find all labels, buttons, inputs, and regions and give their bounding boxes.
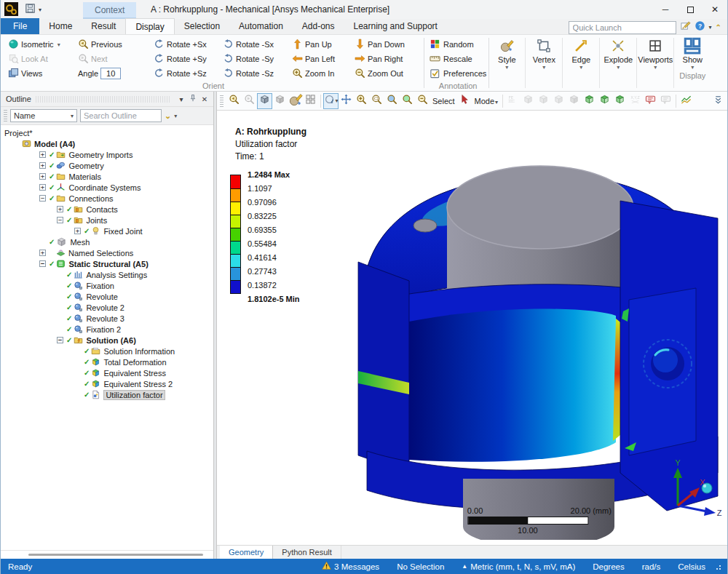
tree-expander-icon[interactable]: + bbox=[57, 206, 63, 212]
filter-element-face-button[interactable] bbox=[597, 93, 612, 109]
tree-item-solution-a6-[interactable]: −✓Solution (A6) bbox=[1, 335, 213, 346]
tree-expander-icon[interactable]: + bbox=[74, 228, 81, 234]
maximize-button[interactable] bbox=[678, 0, 703, 19]
angle-field[interactable]: Angle bbox=[75, 68, 151, 79]
tree-item-revolute[interactable]: ✓Revolute bbox=[1, 291, 213, 302]
rotate-sy-button[interactable]: Rotate -Sy bbox=[220, 53, 289, 65]
save-icon[interactable] bbox=[25, 3, 36, 17]
zoom-out-tool-button[interactable] bbox=[415, 93, 430, 109]
tree-item-equivalent-stress-2[interactable]: ✓Equivalent Stress 2 bbox=[1, 378, 213, 389]
rescale-button[interactable]: Rescale bbox=[430, 52, 486, 66]
tree-expander-icon[interactable]: + bbox=[39, 250, 46, 256]
isometric-button[interactable]: Isometric▾ bbox=[5, 39, 75, 51]
pan-tool-button[interactable] bbox=[339, 93, 354, 109]
graphics-viewport[interactable]: A: Rohrkupplung Utilization factor Time:… bbox=[217, 111, 727, 545]
select-cursor-icon[interactable] bbox=[457, 93, 472, 109]
angle-input[interactable] bbox=[100, 68, 121, 79]
rotate-+sz-button[interactable]: Rotate +Sz bbox=[151, 68, 220, 80]
search-options-icon[interactable]: ▾ bbox=[174, 113, 177, 119]
tree-item-revolute-3[interactable]: ✓Revolute 3 bbox=[1, 313, 213, 324]
wireframe-button[interactable] bbox=[272, 93, 288, 109]
select-label[interactable]: Select bbox=[430, 97, 457, 105]
edge-button[interactable]: Edge▾ bbox=[564, 35, 598, 91]
tree-expander-icon[interactable]: + bbox=[39, 162, 46, 169]
ribbon-tab-learning-and-support[interactable]: Learning and Support bbox=[344, 18, 447, 34]
tree-item-model-a4-[interactable]: Model (A4) bbox=[1, 138, 213, 149]
outline-hscrollbar[interactable] bbox=[1, 550, 213, 559]
tree-item-utilization-factor[interactable]: ✓Utilization factor bbox=[1, 389, 213, 400]
ribbon-tab-home[interactable]: Home bbox=[39, 18, 82, 34]
tree-item-connections[interactable]: −✓Connections bbox=[1, 193, 213, 204]
viewports-button[interactable]: Viewports▾ bbox=[638, 35, 672, 91]
resize-grip-icon[interactable] bbox=[716, 563, 723, 570]
panel-close-icon[interactable]: ✕ bbox=[199, 95, 210, 103]
shaded-exterior-button[interactable] bbox=[257, 93, 272, 109]
tree-item-solution-information[interactable]: ✓Solution Information bbox=[1, 346, 213, 356]
tree-item-revolute-2[interactable]: ✓Revolute 2 bbox=[1, 302, 213, 313]
outline-filter-select[interactable]: Name▾ bbox=[10, 109, 77, 122]
help-icon[interactable]: ? bbox=[695, 20, 705, 34]
outline-toolbar-handle[interactable] bbox=[4, 110, 7, 121]
pan-left-button[interactable]: Pan Left bbox=[289, 53, 352, 65]
tree-expander-icon[interactable]: − bbox=[57, 217, 63, 223]
minimize-button[interactable]: ─ bbox=[653, 0, 678, 19]
filter-element-button[interactable] bbox=[612, 93, 628, 109]
help-dropdown-icon[interactable]: ▾ bbox=[709, 24, 712, 31]
zoom-magnify-button[interactable] bbox=[400, 93, 415, 109]
pan-right-button[interactable]: Pan Right bbox=[352, 53, 422, 65]
filter-node-button[interactable] bbox=[582, 93, 597, 109]
temperature-unit[interactable]: Celsius bbox=[678, 562, 705, 571]
qat-dropdown-icon[interactable]: ▾ bbox=[39, 7, 41, 13]
toolbar-overflow-button[interactable] bbox=[711, 93, 726, 109]
tree-item-materials[interactable]: +✓Materials bbox=[1, 171, 213, 182]
rotate-sz-button[interactable]: Rotate -Sz bbox=[220, 68, 289, 80]
tree-item-equivalent-stress[interactable]: ✓Equivalent Stress bbox=[1, 367, 213, 378]
vertex-button[interactable]: Vertex▾ bbox=[527, 35, 561, 91]
zoom-box-tool-button[interactable] bbox=[369, 93, 384, 109]
tree-item-geometry-imports[interactable]: +✓Geometry Imports bbox=[1, 149, 213, 160]
pan-down-button[interactable]: Pan Down bbox=[352, 39, 422, 51]
show-button[interactable]: Show▾Display bbox=[676, 35, 709, 91]
rotate-sx-button[interactable]: Rotate -Sx bbox=[220, 39, 289, 51]
pan-up-button[interactable]: Pan Up bbox=[289, 39, 352, 51]
chart-button[interactable] bbox=[678, 93, 694, 109]
close-button[interactable]: ✕ bbox=[703, 0, 727, 19]
messages-button[interactable]: 3 Messages bbox=[322, 561, 379, 572]
preferences-button[interactable]: Preferences bbox=[430, 66, 486, 81]
tree-expander-icon[interactable]: − bbox=[39, 260, 46, 267]
ribbon-tab-file[interactable]: File bbox=[1, 18, 39, 34]
tag-button[interactable] bbox=[643, 93, 658, 109]
explode-button[interactable]: Explode▾ bbox=[601, 35, 635, 91]
tree-item-total-deformation[interactable]: ✓Total Deformation bbox=[1, 356, 213, 367]
tree-item-geometry[interactable]: +✓Geometry bbox=[1, 160, 213, 171]
tree-item-mesh[interactable]: ✓Mesh bbox=[1, 236, 213, 247]
style-button[interactable]: Style▾ bbox=[490, 35, 523, 91]
tree-item-named-selections[interactable]: +Named Selections bbox=[1, 247, 213, 258]
ribbon-tab-selection[interactable]: Selection bbox=[175, 18, 229, 34]
tree-item-analysis-settings[interactable]: ✓Analysis Settings bbox=[1, 269, 213, 280]
tree-item-joints[interactable]: −✓Joints bbox=[1, 215, 213, 226]
tree-item-fixed-joint[interactable]: +✓Fixed Joint bbox=[1, 226, 213, 236]
ribbon-tab-automation[interactable]: Automation bbox=[229, 18, 293, 34]
ribbon-tab-display[interactable]: Display bbox=[125, 18, 174, 34]
tree-expander-icon[interactable]: + bbox=[39, 173, 46, 180]
panel-menu-icon[interactable]: ▾ bbox=[175, 95, 187, 103]
tree-item-fixation[interactable]: ✓Fixation bbox=[1, 280, 213, 291]
angular-velocity-unit[interactable]: rad/s bbox=[642, 562, 661, 571]
tree-item-project-[interactable]: Project* bbox=[1, 127, 213, 138]
tree-expander-icon[interactable]: + bbox=[39, 151, 46, 158]
pen-annotation-icon[interactable] bbox=[680, 20, 691, 34]
rotate-tool-button[interactable]: ▾ bbox=[323, 93, 339, 109]
viewport-layout-button[interactable] bbox=[303, 93, 318, 109]
units-menu[interactable]: ▲Metric (mm, t, N, s, mV, mA) bbox=[462, 562, 575, 571]
tree-item-fixation-2[interactable]: ✓Fixation 2 bbox=[1, 324, 213, 335]
zoom-in-tool-button[interactable] bbox=[354, 93, 369, 109]
previous-button[interactable]: Previous bbox=[75, 39, 151, 51]
viewport-tab-python-result[interactable]: Python Result bbox=[273, 546, 341, 559]
zoom-out-button[interactable]: Zoom Out bbox=[352, 68, 422, 80]
display-style-button[interactable] bbox=[288, 93, 303, 109]
mode-dropdown[interactable]: Mode▾ bbox=[472, 97, 501, 105]
tree-expander-icon[interactable]: − bbox=[57, 337, 63, 343]
search-expand-icon[interactable]: ⌄ bbox=[165, 111, 171, 121]
toolbar-drag-handle[interactable] bbox=[220, 95, 223, 107]
